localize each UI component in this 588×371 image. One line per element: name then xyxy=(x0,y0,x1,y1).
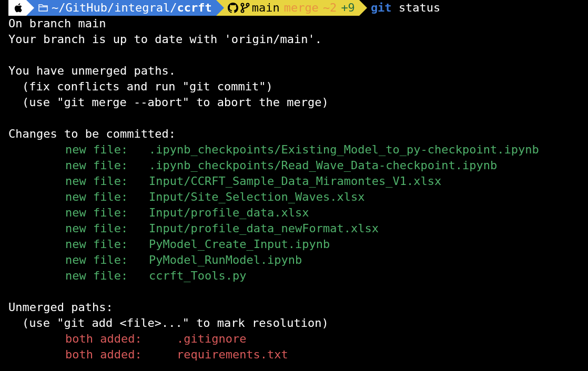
abort-hint: (use "git merge --abort" to abort the me… xyxy=(8,95,580,110)
new-file-label: new file: xyxy=(65,269,149,282)
both-added-list: both added: .gitignoreboth added: requir… xyxy=(8,331,580,363)
both-added-path: requirements.txt xyxy=(177,348,288,361)
blank-line xyxy=(8,284,580,300)
new-file-line: new file: Input/profile_data_newFormat.x… xyxy=(8,221,580,236)
new-file-label: new file: xyxy=(65,190,149,203)
new-file-path: Input/Site_Selection_Waves.xlsx xyxy=(149,190,365,203)
folder-icon xyxy=(38,4,48,12)
unmerged-paths-header: Unmerged paths: xyxy=(8,300,580,315)
new-file-line: new file: PyModel_RunModel.ipynb xyxy=(8,252,580,268)
branch-name: main xyxy=(252,0,280,16)
new-file-line: new file: Input/Site_Selection_Waves.xls… xyxy=(8,189,580,205)
new-file-path: PyModel_Create_Input.ipynb xyxy=(149,238,330,251)
changes-header: Changes to be committed: xyxy=(8,126,580,142)
new-file-path: Input/profile_data_newFormat.xlsx xyxy=(149,222,379,235)
new-file-label: new file: xyxy=(65,253,149,266)
new-file-path: .ipynb_checkpoints/Existing_Model_to_py-… xyxy=(149,143,539,156)
merge-label: merge xyxy=(284,0,319,16)
apple-segment xyxy=(8,0,26,16)
svg-point-1 xyxy=(241,10,244,13)
branch-status-line: On branch main xyxy=(8,16,580,32)
terminal-output[interactable]: ~/GitHub/integral/ccrft main merge ~2 +9… xyxy=(0,0,588,363)
command-name: git xyxy=(371,1,392,14)
uptodate-line: Your branch is up to date with 'origin/m… xyxy=(8,32,580,47)
command-args: status xyxy=(399,1,440,14)
command-area: git status xyxy=(359,0,440,16)
new-file-path: ccrft_Tools.py xyxy=(149,269,246,282)
new-file-label: new file: xyxy=(65,143,149,156)
svg-point-2 xyxy=(246,4,249,6)
both-added-label: both added: xyxy=(65,332,177,345)
git-segment: main merge ~2 +9 xyxy=(216,0,359,16)
both-added-path: .gitignore xyxy=(177,332,246,345)
new-files-list: new file: .ipynb_checkpoints/Existing_Mo… xyxy=(8,142,580,284)
branch-icon xyxy=(240,3,250,13)
new-file-path: Input/CCRFT_Sample_Data_Miramontes_V1.xl… xyxy=(149,174,441,188)
new-file-label: new file: xyxy=(65,159,149,172)
blank-line xyxy=(8,47,580,63)
behind-count: ~2 xyxy=(323,0,337,16)
svg-point-0 xyxy=(241,4,244,6)
new-file-path: Input/profile_data.xlsx xyxy=(149,206,309,219)
new-file-line: new file: PyModel_Create_Input.ipynb xyxy=(8,236,580,252)
new-file-label: new file: xyxy=(65,174,149,188)
new-file-line: new file: Input/profile_data.xlsx xyxy=(8,205,580,221)
new-file-path: .ipynb_checkpoints/Read_Wave_Data-checkp… xyxy=(149,159,497,172)
blank-line xyxy=(8,110,580,126)
path-segment: ~/GitHub/integral/ccrft xyxy=(26,0,216,16)
path-prefix: ~/GitHub/integral/ xyxy=(52,0,177,16)
unmerged-header: You have unmerged paths. xyxy=(8,63,580,79)
add-hint: (use "git add <file>..." to mark resolut… xyxy=(8,315,580,331)
new-file-label: new file: xyxy=(65,222,149,235)
path-current: ccrft xyxy=(177,0,211,16)
new-file-label: new file: xyxy=(65,238,149,251)
new-file-line: new file: .ipynb_checkpoints/Read_Wave_D… xyxy=(8,158,580,173)
github-icon xyxy=(228,3,238,13)
apple-icon xyxy=(14,3,23,13)
ahead-count: +9 xyxy=(341,0,355,16)
both-added-line: both added: .gitignore xyxy=(8,331,580,347)
new-file-label: new file: xyxy=(65,206,149,219)
new-file-path: PyModel_RunModel.ipynb xyxy=(149,253,302,266)
both-added-label: both added: xyxy=(65,348,177,361)
prompt-line: ~/GitHub/integral/ccrft main merge ~2 +9… xyxy=(8,0,580,16)
new-file-line: new file: .ipynb_checkpoints/Existing_Mo… xyxy=(8,142,580,158)
new-file-line: new file: ccrft_Tools.py xyxy=(8,268,580,284)
new-file-line: new file: Input/CCRFT_Sample_Data_Miramo… xyxy=(8,173,580,189)
fix-hint: (fix conflicts and run "git commit") xyxy=(8,79,580,95)
both-added-line: both added: requirements.txt xyxy=(8,347,580,363)
